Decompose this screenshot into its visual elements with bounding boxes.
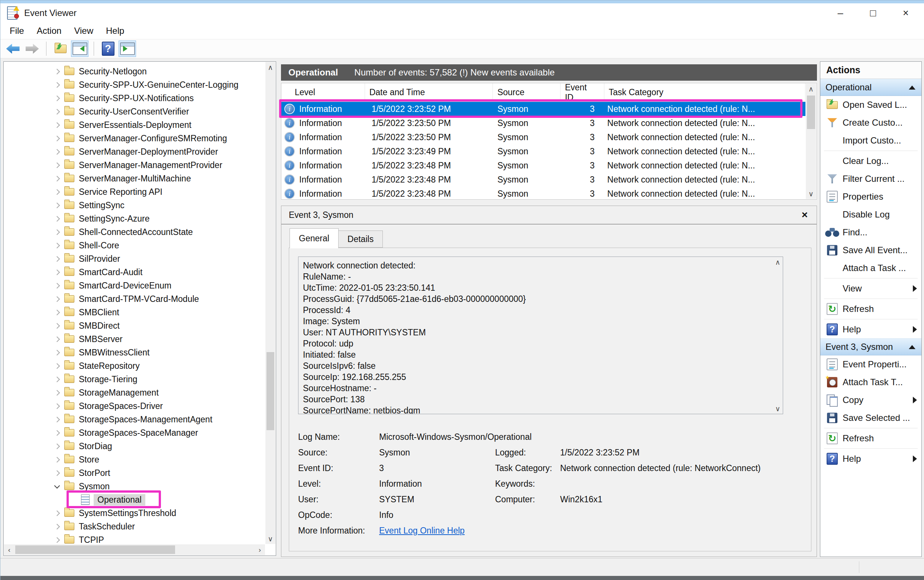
actions-section-event-3-sysmon[interactable]: Event 3, Sysmon [820,338,921,356]
tree-item-storagemanagement[interactable]: StorageManagement [4,386,264,399]
tree-vertical-scrollbar[interactable]: ∧∨ [265,62,275,544]
chevron-right-icon[interactable] [54,109,60,115]
chevron-right-icon[interactable] [54,189,60,195]
action-save-all-event[interactable]: Save All Event... [820,241,921,259]
tree-item-storagespaces-managementagent[interactable]: StorageSpaces-ManagementAgent [4,413,264,426]
help-button[interactable]: ? [99,41,117,57]
chevron-right-icon[interactable] [54,269,60,275]
tree-item-service-reporting-api[interactable]: Service Reporting API [4,185,264,199]
window-maximize-button[interactable]: □ [857,3,889,23]
tab-general[interactable]: General [289,228,339,248]
tree-item-store[interactable]: Store [4,453,264,466]
tree-item-smartcard-audit[interactable]: SmartCard-Audit [4,265,264,279]
action-disable-log[interactable]: Disable Log [820,206,921,224]
menu-file[interactable]: File [3,26,30,36]
table-row[interactable]: iInformation1/5/2022 3:23:52 PMSysmon3Ne… [281,102,806,116]
menu-view[interactable]: View [67,26,100,36]
window-close-button[interactable]: × [889,3,922,23]
tree-item-storagespaces-spacemanager[interactable]: StorageSpaces-SpaceManager [4,426,264,440]
chevron-right-icon[interactable] [54,202,60,208]
table-row[interactable]: iInformation1/5/2022 3:23:50 PMSysmon3Ne… [281,130,806,144]
tree-item-servermanager-configuresmremoting[interactable]: ServerManager-ConfigureSMRemoting [4,132,264,145]
chevron-right-icon[interactable] [54,336,60,342]
scroll-left-icon[interactable]: ‹ [4,544,15,555]
tree-item-storage-tiering[interactable]: Storage-Tiering [4,372,264,386]
chevron-right-icon[interactable] [54,349,60,356]
actions-section-operational[interactable]: Operational [820,79,921,96]
table-row[interactable]: iInformation1/5/2022 3:23:50 PMSysmon3Ne… [281,116,806,130]
action-properties[interactable]: Properties [820,188,921,206]
chevron-right-icon[interactable] [54,323,60,329]
scrollbar-thumb[interactable] [266,352,274,430]
chevron-right-icon[interactable] [54,256,60,262]
tree-item-sysmon[interactable]: Sysmon [4,479,264,493]
tree-item-security-netlogon[interactable]: Security-Netlogon [4,65,264,78]
tree-item-storagespaces-driver[interactable]: StorageSpaces-Driver [4,399,264,413]
scroll-up-icon[interactable]: ∧ [773,257,783,267]
chevron-right-icon[interactable] [54,296,60,302]
chevron-right-icon[interactable] [54,417,60,422]
column-header-source[interactable]: Source [493,83,561,102]
column-header-level[interactable]: Level [281,83,365,102]
scroll-up-icon[interactable]: ∧ [806,84,816,94]
chevron-right-icon[interactable] [54,242,60,248]
table-row[interactable]: iInformation1/5/2022 3:23:48 PMSysmon3Ne… [281,187,806,199]
scrollbar-thumb[interactable] [15,545,175,554]
action-attach-task-t[interactable]: Attach Task T... [820,373,921,391]
tree-item-security-spp-ux-notifications[interactable]: Security-SPP-UX-Notifications [4,91,264,105]
chevron-right-icon[interactable] [54,229,60,235]
column-header-date-and-time[interactable]: Date and Time [365,83,493,102]
chevron-right-icon[interactable] [54,390,60,395]
tree-item-smbclient[interactable]: SMBClient [4,306,264,319]
action-refresh[interactable]: ↻Refresh [820,429,921,447]
action-find[interactable]: Find... [820,224,921,241]
open-saved-log-button[interactable] [52,41,69,57]
action-filter-current[interactable]: Filter Current ... [820,170,921,188]
chevron-right-icon[interactable] [54,175,60,181]
action-clear-log[interactable]: Clear Log... [820,152,921,170]
tree-item-serveressentials-deployment[interactable]: ServerEssentials-Deployment [4,118,264,132]
tree-item-storport[interactable]: StorPort [4,466,264,479]
tree-item-security-spp-ux-genuinecenter-logging[interactable]: Security-SPP-UX-GenuineCenter-Logging [4,78,264,91]
chevron-right-icon[interactable] [54,510,60,516]
tree-item-servermanager-managementprovider[interactable]: ServerManager-ManagementProvider [4,158,264,172]
tree-item-smartcard-deviceenum[interactable]: SmartCard-DeviceEnum [4,279,264,292]
scroll-right-icon[interactable]: › [255,544,265,555]
chevron-right-icon[interactable] [54,68,60,74]
tree-item-operational[interactable]: Operational [4,493,264,506]
action-refresh[interactable]: ↻Refresh [820,300,921,318]
table-row[interactable]: iInformation1/5/2022 3:23:49 PMSysmon3Ne… [281,144,806,158]
show-hide-action-pane-button[interactable] [118,41,136,57]
forward-button[interactable] [23,41,41,57]
chevron-right-icon[interactable] [54,309,60,315]
back-button[interactable] [4,41,21,57]
action-help[interactable]: ?Help [820,320,921,338]
menu-help[interactable]: Help [100,26,130,36]
tree-item-servermanager-deploymentprovider[interactable]: ServerManager-DeploymentProvider [4,145,264,158]
tab-details[interactable]: Details [338,231,383,248]
action-view[interactable]: View [820,280,921,297]
chevron-right-icon[interactable] [54,443,60,449]
tree-item-stordiag[interactable]: StorDiag [4,440,264,453]
tree-item-smbdirect[interactable]: SMBDirect [4,319,264,332]
message-vertical-scrollbar[interactable]: ∧∨ [773,257,783,414]
chevron-right-icon[interactable] [54,122,60,128]
chevron-right-icon[interactable] [54,363,60,369]
events-vertical-scrollbar[interactable]: ∧∨ [806,84,816,199]
chevron-right-icon[interactable] [54,135,60,141]
chevron-right-icon[interactable] [54,95,60,101]
chevron-right-icon[interactable] [54,216,60,222]
chevron-right-icon[interactable] [54,283,60,288]
tree-item-security-userconsentverifier[interactable]: Security-UserConsentVerifier [4,105,264,118]
table-row[interactable]: iInformation1/5/2022 3:23:48 PMSysmon3Ne… [281,173,806,187]
action-save-selected[interactable]: Save Selected ... [820,409,921,427]
tree-item-settingsync[interactable]: SettingSync [4,199,264,212]
tree-item-staterepository[interactable]: StateRepository [4,359,264,372]
table-row[interactable]: iInformation1/5/2022 3:23:48 PMSysmon3Ne… [281,158,806,173]
chevron-right-icon[interactable] [54,149,60,155]
tree-item-shell-connectedaccountstate[interactable]: Shell-ConnectedAccountState [4,225,264,239]
tree-item-smartcard-tpm-vcard-module[interactable]: SmartCard-TPM-VCard-Module [4,292,264,306]
chevron-right-icon[interactable] [54,376,60,382]
chevron-right-icon[interactable] [54,456,60,463]
event-message-box[interactable]: Network connection detected:RuleName: -U… [298,257,783,414]
